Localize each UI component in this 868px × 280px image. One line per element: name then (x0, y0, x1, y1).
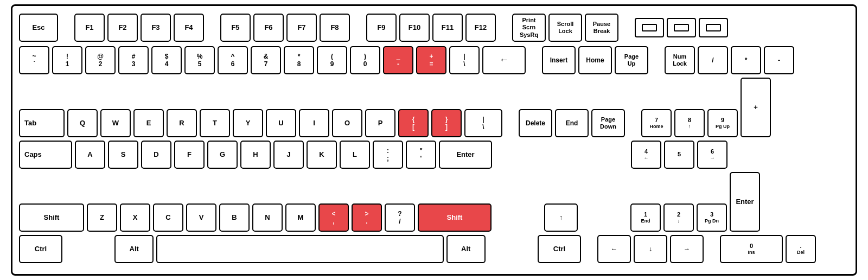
key-end[interactable]: End (555, 109, 589, 137)
key-b[interactable]: B (219, 203, 250, 232)
key-close-bracket[interactable]: } ] (431, 109, 462, 137)
key-np-multiply[interactable]: * (731, 46, 761, 74)
key-open-bracket[interactable]: { [ (398, 109, 429, 137)
key-u[interactable]: U (266, 109, 296, 137)
key-page-up[interactable]: PageUp (615, 46, 648, 74)
key-f3[interactable]: F3 (141, 14, 171, 42)
key-z[interactable]: Z (87, 203, 117, 232)
key-7[interactable]: & 7 (251, 46, 281, 74)
key-scroll-lock[interactable]: ScrollLock (548, 14, 582, 42)
key-print-screen[interactable]: PrintScrnSysRq (512, 14, 546, 42)
key-f5[interactable]: F5 (220, 14, 251, 42)
key-page-down[interactable]: PageDown (591, 109, 625, 137)
key-arrow-up[interactable]: ↑ (544, 203, 578, 232)
key-f4[interactable]: F4 (174, 14, 204, 42)
key-equals[interactable]: + = (416, 46, 446, 74)
key-e[interactable]: E (133, 109, 164, 137)
key-np-5[interactable]: 5 (664, 141, 694, 169)
key-j[interactable]: J (273, 141, 304, 169)
key-k[interactable]: K (307, 141, 337, 169)
key-np-1[interactable]: 1 End (630, 203, 661, 232)
key-o[interactable]: O (332, 109, 362, 137)
key-f2[interactable]: F2 (107, 14, 138, 42)
key-f7[interactable]: F7 (286, 14, 317, 42)
key-enter[interactable]: Enter (439, 141, 492, 169)
key-f8[interactable]: F8 (320, 14, 350, 42)
key-q[interactable]: Q (67, 109, 98, 137)
key-f[interactable]: F (174, 141, 205, 169)
key-2[interactable]: @ 2 (85, 46, 116, 74)
key-home[interactable]: Home (578, 46, 612, 74)
key-np-0[interactable]: 0 Ins (720, 235, 783, 263)
key-np-3[interactable]: 3 Pg Dn (697, 203, 727, 232)
key-v[interactable]: V (186, 203, 216, 232)
key-np-enter[interactable]: Enter (730, 172, 760, 232)
key-d[interactable]: D (141, 141, 171, 169)
key-arrow-right[interactable]: → (670, 235, 704, 263)
key-h[interactable]: H (240, 141, 271, 169)
key-top-right-3[interactable] (699, 18, 728, 37)
key-np-6[interactable]: 6 → (697, 141, 727, 169)
key-alt-left[interactable]: Alt (114, 235, 154, 263)
key-delete[interactable]: Delete (519, 109, 552, 137)
key-arrow-left[interactable]: ← (597, 235, 631, 263)
key-minus[interactable]: _ - (383, 46, 413, 74)
key-f9[interactable]: F9 (366, 14, 397, 42)
key-np-7[interactable]: 7 Home (641, 109, 672, 137)
key-insert[interactable]: Insert (542, 46, 576, 74)
key-semicolon[interactable]: : ; (373, 141, 403, 169)
key-backspace[interactable]: ← (482, 46, 526, 74)
key-np-4[interactable]: 4 ← (631, 141, 661, 169)
key-x[interactable]: X (120, 203, 150, 232)
key-np-9[interactable]: 9 Pg Up (707, 109, 738, 137)
key-i[interactable]: I (299, 109, 329, 137)
key-backslash[interactable]: | \ (464, 109, 502, 137)
key-alt-right[interactable]: Alt (446, 235, 486, 263)
key-t[interactable]: T (200, 109, 230, 137)
key-8[interactable]: * 8 (284, 46, 314, 74)
key-tilde[interactable]: ~ ` (19, 46, 49, 74)
key-ctrl-right[interactable]: Ctrl (538, 235, 581, 263)
key-p[interactable]: P (365, 109, 395, 137)
key-0[interactable]: ) 0 (350, 46, 380, 74)
key-pause-break[interactable]: PauseBreak (585, 14, 618, 42)
key-arrow-down[interactable]: ↓ (634, 235, 667, 263)
key-9[interactable]: ( 9 (317, 46, 347, 74)
key-n[interactable]: N (252, 203, 283, 232)
key-ctrl-left[interactable]: Ctrl (19, 235, 62, 263)
key-6[interactable]: ^ 6 (218, 46, 248, 74)
key-period[interactable]: > . (352, 203, 382, 232)
key-1[interactable]: ! 1 (52, 46, 82, 74)
key-f1[interactable]: F1 (74, 14, 105, 42)
key-5[interactable]: % 5 (184, 46, 215, 74)
key-backslash-top[interactable]: | \ (449, 46, 480, 74)
key-4[interactable]: $ 4 (151, 46, 182, 74)
key-top-right-1[interactable] (635, 18, 664, 37)
key-f6[interactable]: F6 (253, 14, 284, 42)
key-c[interactable]: C (153, 203, 183, 232)
key-f10[interactable]: F10 (399, 14, 430, 42)
key-w[interactable]: W (100, 109, 131, 137)
key-s[interactable]: S (108, 141, 138, 169)
key-slash[interactable]: ? / (385, 203, 415, 232)
key-y[interactable]: Y (233, 109, 263, 137)
key-shift-left[interactable]: Shift (19, 203, 84, 232)
key-np-slash[interactable]: / (698, 46, 728, 74)
key-np-8[interactable]: 8 ↑ (674, 109, 705, 137)
key-np-dot[interactable]: . Del (786, 235, 816, 263)
key-tab[interactable]: Tab (19, 109, 65, 137)
key-r[interactable]: R (167, 109, 197, 137)
key-np-minus[interactable]: - (764, 46, 794, 74)
key-np-2[interactable]: 2 ↓ (663, 203, 694, 232)
key-space[interactable] (156, 235, 444, 263)
key-m[interactable]: M (285, 203, 316, 232)
key-3[interactable]: # 3 (118, 46, 149, 74)
key-g[interactable]: G (207, 141, 238, 169)
key-comma[interactable]: < , (318, 203, 349, 232)
key-num-lock[interactable]: NumLock (665, 46, 695, 74)
key-shift-right[interactable]: Shift (418, 203, 492, 232)
key-l[interactable]: L (340, 141, 370, 169)
key-top-right-2[interactable] (667, 18, 696, 37)
key-a[interactable]: A (75, 141, 105, 169)
key-caps-lock[interactable]: Caps (19, 141, 72, 169)
